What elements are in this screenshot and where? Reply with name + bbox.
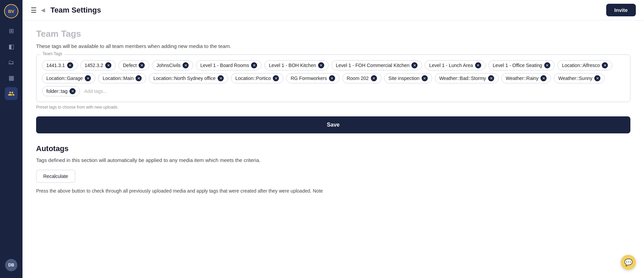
tag-chip: JohnsCivils✕ (152, 60, 193, 70)
tag-remove-button[interactable]: ✕ (411, 62, 418, 68)
tag-remove-button[interactable]: ✕ (273, 75, 279, 81)
tag-chip: 1452.3.2✕ (80, 60, 116, 70)
page-content: Team Tags These tags will be available t… (22, 20, 644, 278)
menu-button[interactable]: ☰ (31, 6, 37, 14)
tag-chip: RG Formworkers✕ (286, 73, 340, 83)
tag-chip: Level 1 - Office Seating✕ (488, 60, 555, 70)
tag-chip: Location::Portico✕ (231, 73, 283, 83)
tag-remove-button[interactable]: ✕ (218, 75, 224, 81)
tag-remove-button[interactable]: ✕ (318, 62, 324, 68)
main-content: ☰ ◀ Team Settings Invite Team Tags These… (22, 0, 644, 278)
tag-remove-button[interactable]: ✕ (594, 75, 600, 81)
save-button[interactable]: Save (36, 116, 630, 133)
tag-remove-button[interactable]: ✕ (329, 75, 335, 81)
tag-chip: Site inspection✕ (384, 73, 432, 83)
sidebar-item-building[interactable]: ▦ (5, 71, 18, 84)
sidebar-item-image[interactable]: ◧ (5, 40, 18, 53)
tag-chip: Level 1 - BOH Kitchen✕ (264, 60, 329, 70)
tag-remove-button[interactable]: ✕ (544, 62, 550, 68)
autotags-title: Autotags (36, 144, 630, 153)
tag-remove-button[interactable]: ✕ (422, 75, 428, 81)
tags-fieldset: Team Tags 1441.3.1✕1452.3.2✕Defect✕Johns… (36, 54, 630, 102)
tag-chip: Level 1 - Board Rooms✕ (196, 60, 262, 70)
tag-chip: Weather::Bad::Stormy✕ (435, 73, 499, 83)
tag-remove-button[interactable]: ✕ (602, 62, 608, 68)
add-tags-input[interactable]: Add tags... (83, 87, 108, 96)
tag-remove-button[interactable]: ✕ (139, 62, 145, 68)
tag-remove-button[interactable]: ✕ (475, 62, 481, 68)
tag-chip: Defect✕ (119, 60, 149, 70)
tag-chip: folder::tag✕ (42, 86, 80, 96)
chat-button[interactable]: 💬 (621, 255, 636, 270)
sidebar-logo[interactable]: BV (4, 4, 18, 18)
section-title: Team Tags (36, 29, 630, 39)
tag-chip: Weather::Sunny✕ (554, 73, 605, 83)
tag-chip: Level 1 - FOH Commercial Kitchen✕ (331, 60, 422, 70)
autotags-description: Tags defined in this section will automa… (36, 157, 630, 163)
tag-chip: Location::North Sydney office✕ (149, 73, 228, 83)
tag-remove-button[interactable]: ✕ (371, 75, 377, 81)
tag-chip: Level 1 - Lunch Area✕ (425, 60, 485, 70)
page-header: ☰ ◀ Team Settings Invite (22, 0, 644, 20)
tag-remove-button[interactable]: ✕ (183, 62, 189, 68)
tag-chip: Location::Main✕ (98, 73, 146, 83)
tag-remove-button[interactable]: ✕ (67, 62, 73, 68)
back-button[interactable]: ◀ (41, 7, 45, 13)
tag-remove-button[interactable]: ✕ (69, 88, 76, 94)
tag-remove-button[interactable]: ✕ (85, 75, 91, 81)
tag-chip: Location::Garage✕ (42, 73, 95, 83)
tags-container: 1441.3.1✕1452.3.2✕Defect✕JohnsCivils✕Lev… (42, 60, 625, 96)
user-avatar[interactable]: DB (5, 259, 17, 271)
tag-chip: Weather::Rainy✕ (501, 73, 551, 83)
sidebar-item-people[interactable] (5, 87, 18, 100)
tag-chip: 1441.3.1✕ (42, 60, 78, 70)
section-description: These tags will be available to all team… (36, 43, 630, 49)
tag-remove-button[interactable]: ✕ (136, 75, 142, 81)
tag-remove-button[interactable]: ✕ (251, 62, 257, 68)
page-title: Team Settings (50, 6, 606, 15)
recalculate-button[interactable]: Recalculate (36, 170, 75, 183)
sidebar-item-grid[interactable]: ⊞ (5, 24, 18, 37)
tag-remove-button[interactable]: ✕ (105, 62, 111, 68)
sidebar-item-briefcase[interactable]: 🗂 (5, 56, 18, 69)
hint-text: Preset tags to choose from with new uplo… (36, 105, 630, 110)
tag-chip: Room 202✕ (342, 73, 381, 83)
bottom-note: Press the above button to check through … (36, 188, 630, 194)
tags-legend: Team Tags (41, 51, 64, 56)
tag-remove-button[interactable]: ✕ (540, 75, 547, 81)
sidebar: BV ⊞ ◧ 🗂 ▦ DB (0, 0, 22, 278)
tag-remove-button[interactable]: ✕ (488, 75, 494, 81)
tag-chip: Location::Alfresco✕ (557, 60, 612, 70)
invite-button[interactable]: Invite (606, 4, 636, 16)
